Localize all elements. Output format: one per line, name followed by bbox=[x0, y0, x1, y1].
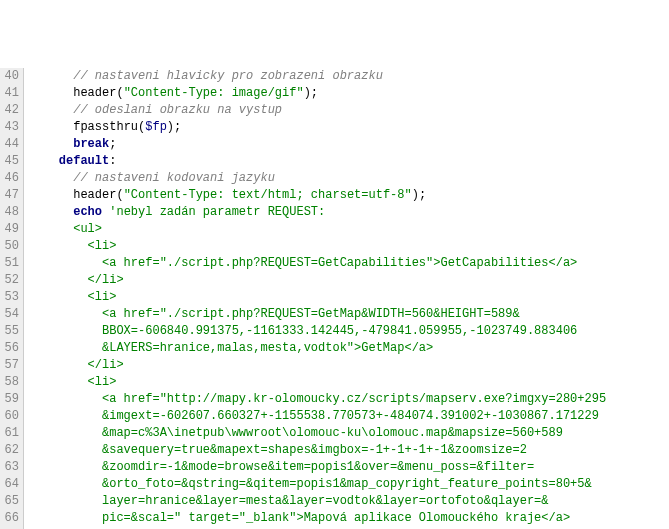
code-token: </li> bbox=[88, 273, 124, 287]
code-line: &imgext=-602607.660327+-1155538.770573+-… bbox=[30, 408, 606, 425]
code-line: </li> bbox=[30, 272, 606, 289]
code-token: layer=hranice&layer=mesta&layer=vodtok&l… bbox=[102, 494, 548, 508]
code-line: echo 'nebyl zadán parametr REQUEST: bbox=[30, 204, 606, 221]
line-number: 42 bbox=[2, 102, 19, 119]
code-line: <a href="./script.php?REQUEST=GetMap&WID… bbox=[30, 306, 606, 323]
code-token: &LAYERS=hranice,malas,mesta,vodtok">GetM… bbox=[102, 341, 433, 355]
code-token: <li> bbox=[88, 290, 117, 304]
line-number: 43 bbox=[2, 119, 19, 136]
code-token: echo bbox=[73, 205, 102, 219]
code-line: header("Content-Type: image/gif"); bbox=[30, 85, 606, 102]
code-line: // nastaveni hlavicky pro zobrazeni obra… bbox=[30, 68, 606, 85]
code-line: <li> bbox=[30, 289, 606, 306]
line-number: 45 bbox=[2, 153, 19, 170]
code-line: &zoomdir=-1&mode=browse&item=popis1&over… bbox=[30, 459, 606, 476]
line-number: 48 bbox=[2, 204, 19, 221]
code-token: &savequery=true&mapext=shapes&imgbox=-1+… bbox=[102, 443, 527, 457]
line-number: 44 bbox=[2, 136, 19, 153]
line-number: 52 bbox=[2, 272, 19, 289]
code-token: pic=&scal=" target="_blank">Mapová aplik… bbox=[102, 511, 570, 525]
code-token: ; bbox=[109, 137, 116, 151]
line-number: 66 bbox=[2, 510, 19, 527]
code-token: <a href="./script.php?REQUEST=GetMap&WID… bbox=[102, 307, 520, 321]
code-line: &orto_foto=&qstring=&qitem=popis1&map_co… bbox=[30, 476, 606, 493]
code-token: // nastaveni kodovani jazyku bbox=[73, 171, 275, 185]
code-editor: 4041424344454647484950515253545556575859… bbox=[0, 68, 669, 529]
code-token: ); bbox=[412, 188, 426, 202]
line-number: 56 bbox=[2, 340, 19, 357]
code-line: layer=hranice&layer=mesta&layer=vodtok&l… bbox=[30, 493, 606, 510]
code-token: <ul> bbox=[73, 222, 102, 236]
code-line: fpassthru($fp); bbox=[30, 119, 606, 136]
code-line: </li> bbox=[30, 357, 606, 374]
code-line: default: bbox=[30, 153, 606, 170]
code-token: default bbox=[59, 154, 109, 168]
code-line: &map=c%3A\inetpub\wwwroot\olomouc-ku\olo… bbox=[30, 425, 606, 442]
line-number: 60 bbox=[2, 408, 19, 425]
line-number: 55 bbox=[2, 323, 19, 340]
code-line: // odeslani obrazku na vystup bbox=[30, 102, 606, 119]
code-token: ); bbox=[304, 86, 318, 100]
code-token: &imgext=-602607.660327+-1155538.770573+-… bbox=[102, 409, 599, 423]
code-token: 'nebyl zadán parametr REQUEST: bbox=[109, 205, 325, 219]
code-token: header bbox=[73, 86, 116, 100]
code-line: // nastaveni kodovani jazyku bbox=[30, 170, 606, 187]
line-number: 50 bbox=[2, 238, 19, 255]
code-token: &map=c%3A\inetpub\wwwroot\olomouc-ku\olo… bbox=[102, 426, 563, 440]
code-token: <li> bbox=[88, 239, 117, 253]
code-line: <li> bbox=[30, 374, 606, 391]
line-number: 65 bbox=[2, 493, 19, 510]
code-token: ( bbox=[116, 188, 123, 202]
code-token: </li> bbox=[88, 358, 124, 372]
line-number: 53 bbox=[2, 289, 19, 306]
code-token: BBOX=-606840.991375,-1161333.142445,-479… bbox=[102, 324, 577, 338]
code-token: fpassthru bbox=[73, 120, 138, 134]
code-token: <a href="http://mapy.kr-olomoucky.cz/scr… bbox=[102, 392, 606, 406]
code-token: break bbox=[73, 137, 109, 151]
line-number: 64 bbox=[2, 476, 19, 493]
code-line: break; bbox=[30, 136, 606, 153]
code-line: <ul> bbox=[30, 221, 606, 238]
line-number: 59 bbox=[2, 391, 19, 408]
line-number: 41 bbox=[2, 85, 19, 102]
line-number: 63 bbox=[2, 459, 19, 476]
code-line: <a href="./script.php?REQUEST=GetCapabil… bbox=[30, 255, 606, 272]
line-number: 51 bbox=[2, 255, 19, 272]
code-token: &orto_foto=&qstring=&qitem=popis1&map_co… bbox=[102, 477, 592, 491]
line-number: 47 bbox=[2, 187, 19, 204]
code-line: &LAYERS=hranice,malas,mesta,vodtok">GetM… bbox=[30, 340, 606, 357]
code-token: <a href="./script.php?REQUEST=GetCapabil… bbox=[102, 256, 577, 270]
code-token: ); bbox=[167, 120, 181, 134]
code-line: &savequery=true&mapext=shapes&imgbox=-1+… bbox=[30, 442, 606, 459]
code-line: <a href="http://mapy.kr-olomoucky.cz/scr… bbox=[30, 391, 606, 408]
code-token: ( bbox=[116, 86, 123, 100]
code-token: // odeslani obrazku na vystup bbox=[73, 103, 282, 117]
code-token: : bbox=[109, 154, 116, 168]
code-line: pic=&scal=" target="_blank">Mapová aplik… bbox=[30, 510, 606, 527]
line-number: 40 bbox=[2, 68, 19, 85]
code-line: BBOX=-606840.991375,-1161333.142445,-479… bbox=[30, 323, 606, 340]
line-number-gutter: 4041424344454647484950515253545556575859… bbox=[0, 68, 24, 529]
line-number: 62 bbox=[2, 442, 19, 459]
code-token: &zoomdir=-1&mode=browse&item=popis1&over… bbox=[102, 460, 534, 474]
line-number: 54 bbox=[2, 306, 19, 323]
code-token: <li> bbox=[88, 375, 117, 389]
line-number: 58 bbox=[2, 374, 19, 391]
line-number: 57 bbox=[2, 357, 19, 374]
code-token: "Content-Type: text/html; charset=utf-8" bbox=[124, 188, 412, 202]
line-number: 61 bbox=[2, 425, 19, 442]
code-content: // nastaveni hlavicky pro zobrazeni obra… bbox=[24, 68, 606, 529]
code-token: header bbox=[73, 188, 116, 202]
line-number: 46 bbox=[2, 170, 19, 187]
code-token: "Content-Type: image/gif" bbox=[124, 86, 304, 100]
code-token: // nastaveni hlavicky pro zobrazeni obra… bbox=[73, 69, 383, 83]
line-number: 49 bbox=[2, 221, 19, 238]
code-token: $fp bbox=[145, 120, 167, 134]
code-line: <li> bbox=[30, 238, 606, 255]
code-line: header("Content-Type: text/html; charset… bbox=[30, 187, 606, 204]
